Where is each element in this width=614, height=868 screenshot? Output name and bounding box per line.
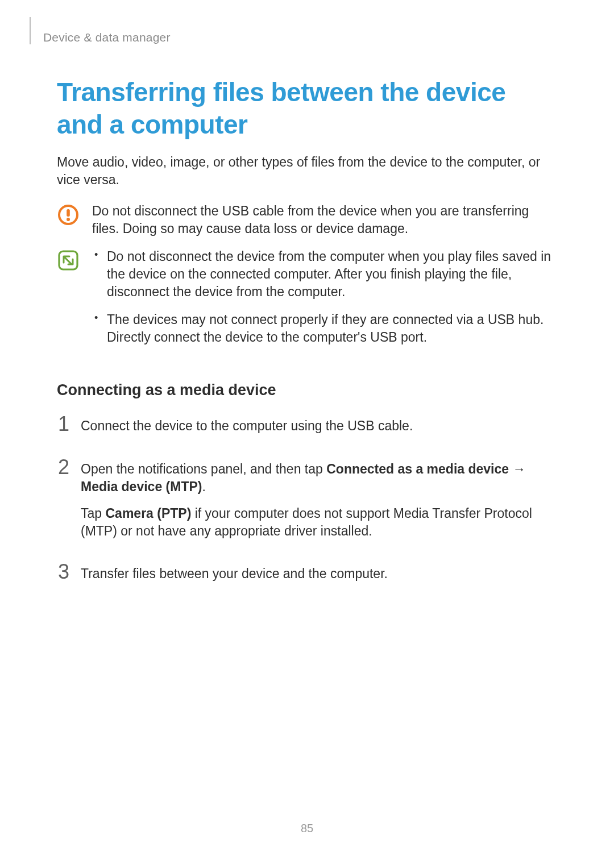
page-number: 85: [0, 822, 614, 835]
breadcrumb: Device & data manager: [43, 31, 171, 44]
document-page: Device & data manager Transferring files…: [0, 0, 614, 868]
intro-paragraph: Move audio, video, image, or other types…: [57, 153, 557, 189]
step-3: 3 Transfer files between your device and…: [57, 565, 557, 592]
caution-icon: [57, 203, 80, 229]
step-2: 2 Open the notifications panel, and then…: [57, 460, 557, 549]
caution-text: Do not disconnect the USB cable from the…: [92, 202, 557, 238]
caution-callout: Do not disconnect the USB cable from the…: [57, 202, 557, 238]
step-2-extra: Tap Camera (PTP) if your computer does n…: [81, 505, 557, 540]
section-heading: Connecting as a media device: [57, 381, 557, 399]
note-content: Do not disconnect the device from the co…: [92, 248, 557, 356]
step-1-text: Connect the device to the computer using…: [81, 417, 557, 435]
breadcrumb-container: Device & data manager: [30, 17, 557, 44]
step-1: 1 Connect the device to the computer usi…: [57, 417, 557, 444]
note-bullet-2: The devices may not connect properly if …: [92, 311, 557, 346]
note-icon: [57, 249, 80, 274]
note-callout: Do not disconnect the device from the co…: [57, 248, 557, 356]
step-number: 3: [57, 562, 70, 582]
note-bullet-1: Do not disconnect the device from the co…: [92, 248, 557, 301]
page-title: Transferring files between the device an…: [57, 76, 557, 141]
step-2-text: Open the notifications panel, and then t…: [81, 460, 557, 496]
svg-point-2: [67, 218, 70, 221]
step-number: 2: [57, 457, 70, 477]
svg-rect-1: [67, 209, 70, 217]
step-number: 1: [57, 414, 70, 434]
step-3-text: Transfer files between your device and t…: [81, 565, 557, 583]
